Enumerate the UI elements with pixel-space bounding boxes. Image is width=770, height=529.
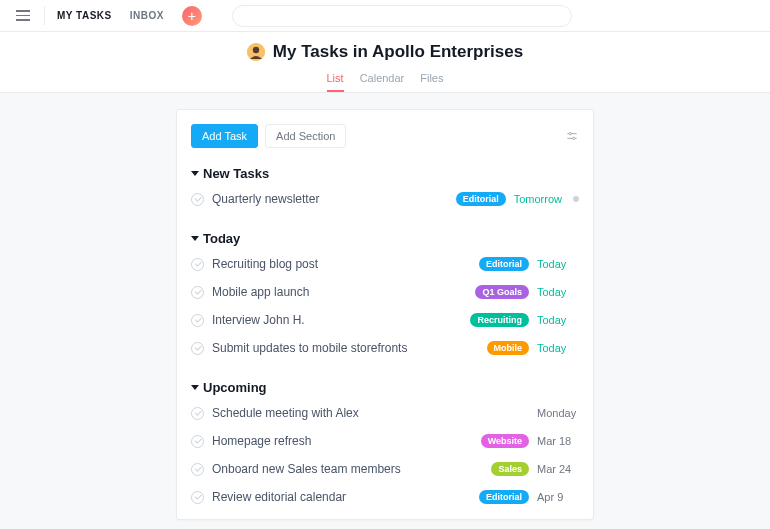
view-tabs: List Calendar Files <box>0 72 770 92</box>
filter-icon[interactable] <box>565 129 579 143</box>
complete-check-icon[interactable] <box>191 314 204 327</box>
caret-down-icon <box>191 171 199 176</box>
task-due-date: Today <box>537 286 579 298</box>
task-list-card: Add Task Add Section New TasksQuarterly … <box>176 109 594 520</box>
tab-calendar[interactable]: Calendar <box>360 72 405 92</box>
caret-down-icon <box>191 236 199 241</box>
nav-inbox[interactable]: INBOX <box>130 10 164 21</box>
complete-check-icon[interactable] <box>191 258 204 271</box>
task-due-date: Apr 9 <box>537 491 579 503</box>
task-title: Interview John H. <box>212 313 462 327</box>
task-tag[interactable]: Recruiting <box>470 313 529 327</box>
task-row[interactable]: Recruiting blog postEditorialToday <box>177 250 593 278</box>
section-title: New Tasks <box>203 166 269 181</box>
caret-down-icon <box>191 385 199 390</box>
svg-point-7 <box>573 137 575 139</box>
task-title: Onboard new Sales team members <box>212 462 483 476</box>
task-title: Homepage refresh <box>212 434 473 448</box>
task-row[interactable]: Review editorial calendarEditorialApr 9 <box>177 483 593 511</box>
task-title: Schedule meeting with Alex <box>212 406 529 420</box>
complete-check-icon[interactable] <box>191 491 204 504</box>
task-row[interactable]: Onboard new Sales team membersSalesMar 2… <box>177 455 593 483</box>
task-due-date: Today <box>537 314 579 326</box>
page-header: My Tasks in Apollo Enterprises List Cale… <box>0 32 770 93</box>
page-title: My Tasks in Apollo Enterprises <box>273 42 523 62</box>
task-tag[interactable]: Editorial <box>479 490 529 504</box>
section-header-new_tasks[interactable]: New Tasks <box>177 160 593 185</box>
task-tag[interactable]: Q1 Goals <box>475 285 529 299</box>
task-row[interactable]: Homepage refreshWebsiteMar 18 <box>177 427 593 455</box>
section-title: Upcoming <box>203 380 267 395</box>
complete-check-icon[interactable] <box>191 407 204 420</box>
task-due-date: Today <box>537 258 579 270</box>
task-row[interactable]: Quarterly newsletterEditorialTomorrow <box>177 185 593 213</box>
follow-indicator-icon <box>573 196 579 202</box>
complete-check-icon[interactable] <box>191 286 204 299</box>
complete-check-icon[interactable] <box>191 463 204 476</box>
complete-check-icon[interactable] <box>191 435 204 448</box>
task-tag[interactable]: Editorial <box>479 257 529 271</box>
task-row[interactable]: Submit updates to mobile storefrontsMobi… <box>177 334 593 362</box>
top-bar: MY TASKS INBOX + <box>0 0 770 32</box>
complete-check-icon[interactable] <box>191 342 204 355</box>
task-due-date: Tomorrow <box>514 193 562 205</box>
task-tag[interactable]: Editorial <box>456 192 506 206</box>
task-row[interactable]: Schedule meeting with AlexMonday <box>177 399 593 427</box>
task-title: Mobile app launch <box>212 285 467 299</box>
task-tag[interactable]: Sales <box>491 462 529 476</box>
search-input[interactable] <box>232 5 572 27</box>
create-button[interactable]: + <box>182 6 202 26</box>
section-header-upcoming[interactable]: Upcoming <box>177 374 593 399</box>
avatar <box>247 43 265 61</box>
svg-point-3 <box>253 47 259 53</box>
task-title: Submit updates to mobile storefronts <box>212 341 479 355</box>
task-title: Recruiting blog post <box>212 257 471 271</box>
add-section-button[interactable]: Add Section <box>265 124 346 148</box>
menu-icon[interactable] <box>12 6 45 25</box>
nav-my-tasks[interactable]: MY TASKS <box>57 10 112 21</box>
task-tag[interactable]: Website <box>481 434 529 448</box>
task-row[interactable]: Interview John H.RecruitingToday <box>177 306 593 334</box>
tab-files[interactable]: Files <box>420 72 443 92</box>
task-due-date: Mar 24 <box>537 463 579 475</box>
task-title: Review editorial calendar <box>212 490 471 504</box>
task-row[interactable]: Mobile app launchQ1 GoalsToday <box>177 278 593 306</box>
task-due-date: Today <box>537 342 579 354</box>
task-tag[interactable]: Mobile <box>487 341 530 355</box>
task-due-date: Mar 18 <box>537 435 579 447</box>
tab-list[interactable]: List <box>327 72 344 92</box>
task-title: Quarterly newsletter <box>212 192 448 206</box>
section-title: Today <box>203 231 240 246</box>
add-task-button[interactable]: Add Task <box>191 124 258 148</box>
svg-point-5 <box>569 133 571 135</box>
section-header-today[interactable]: Today <box>177 225 593 250</box>
task-due-date: Monday <box>537 407 579 419</box>
complete-check-icon[interactable] <box>191 193 204 206</box>
